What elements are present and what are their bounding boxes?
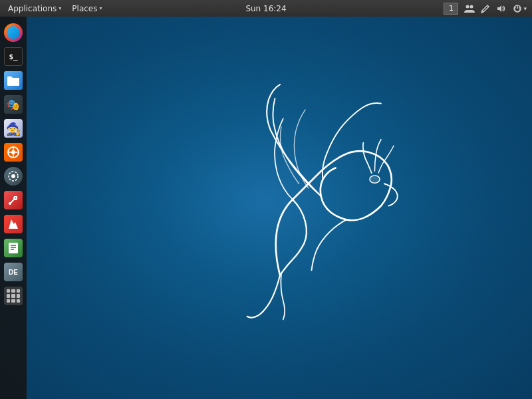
pen-icon[interactable]: [478, 1, 493, 16]
svg-rect-12: [9, 243, 18, 253]
dock-item-burpsuite[interactable]: [3, 142, 24, 163]
places-label: Places: [72, 4, 97, 13]
dock-item-de[interactable]: DE: [3, 261, 24, 283]
svg-rect-4: [7, 78, 19, 86]
power-menu[interactable]: ▾: [510, 4, 529, 13]
panel-right: 1: [444, 1, 529, 16]
volume-icon[interactable]: [494, 1, 509, 16]
top-panel: Applications ▾ Places ▾ Sun 16:24 1: [0, 0, 532, 17]
dock-item-character[interactable]: 🧙: [3, 118, 24, 139]
panel-left: Applications ▾ Places ▾: [3, 0, 444, 17]
svg-marker-2: [497, 5, 501, 12]
kali-dragon-logo: [166, 73, 419, 326]
applications-menu[interactable]: Applications ▾: [3, 0, 66, 17]
desktop: Applications ▾ Places ▾ Sun 16:24 1: [0, 0, 532, 399]
left-dock: $_ 🎭 🧙: [0, 17, 27, 399]
svg-point-11: [9, 202, 11, 205]
dock-item-notes[interactable]: [3, 237, 24, 259]
panel-clock: Sun 16:24: [245, 4, 286, 13]
users-icon[interactable]: [462, 1, 477, 16]
workspace-indicator[interactable]: 1: [444, 3, 458, 15]
power-arrow: ▾: [523, 5, 527, 12]
svg-point-0: [466, 5, 469, 8]
svg-point-16: [370, 176, 380, 183]
places-arrow: ▾: [99, 5, 102, 11]
dock-item-masked[interactable]: 🎭: [3, 94, 24, 115]
dock-item-firefox[interactable]: [3, 22, 24, 43]
svg-point-1: [470, 5, 473, 8]
applications-label: Applications: [8, 4, 57, 13]
dock-item-tool[interactable]: [3, 190, 24, 211]
places-menu[interactable]: Places ▾: [66, 0, 107, 17]
dock-item-apps-grid[interactable]: [3, 285, 24, 307]
dock-item-terminal[interactable]: $_: [3, 46, 24, 67]
dock-item-rapid[interactable]: [3, 213, 24, 235]
dock-item-files[interactable]: [3, 70, 24, 91]
dock-item-settings[interactable]: [3, 166, 24, 187]
applications-arrow: ▾: [59, 5, 61, 11]
svg-point-9: [11, 174, 15, 178]
